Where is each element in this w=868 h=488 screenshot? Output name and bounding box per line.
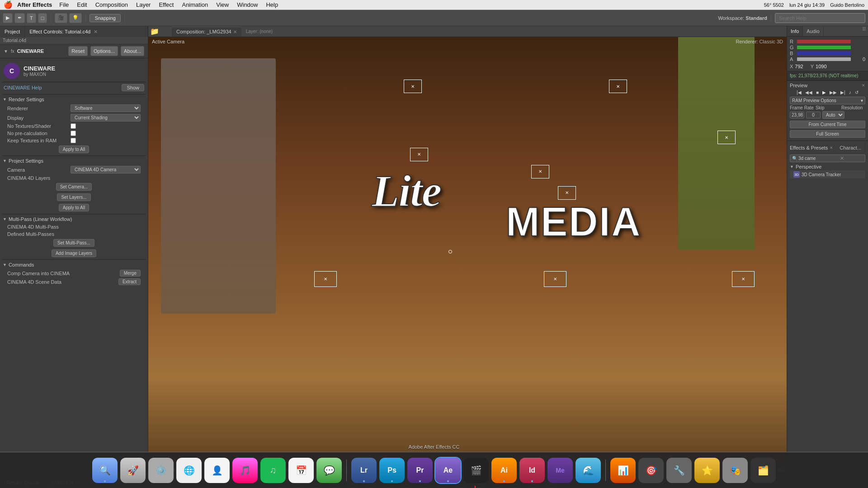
next-frame-btn[interactable]: ▶▶	[829, 90, 838, 95]
dock-music[interactable]: 🎵	[232, 458, 258, 483]
tab-close-effect[interactable]: ✕	[94, 29, 98, 34]
dock-dvd-player[interactable]: 🎬	[463, 458, 489, 483]
renderer-select[interactable]: Software	[71, 104, 141, 112]
add-image-layers-btn[interactable]: Add Image Layers	[52, 249, 96, 257]
set-camera-btn[interactable]: Set Camera...	[56, 183, 92, 191]
dock-indesign[interactable]: Id	[519, 458, 545, 483]
display-select[interactable]: Current Shading	[71, 114, 141, 122]
dock-lightroom[interactable]: Lr	[351, 458, 377, 483]
dock-app2[interactable]: 🎯	[638, 458, 664, 483]
keep-textures-checkbox[interactable]	[71, 138, 76, 143]
renderer-value[interactable]: Software	[71, 104, 141, 112]
dock-safari[interactable]: 🌐	[176, 458, 202, 483]
dock-system-prefs[interactable]: ⚙️	[148, 458, 174, 483]
loop-btn[interactable]: ↺	[854, 90, 859, 95]
effects-search-input[interactable]	[798, 156, 839, 161]
dock-premiere[interactable]: Pr	[407, 458, 433, 483]
app-name[interactable]: After Effects	[17, 1, 52, 8]
prev-frame-btn[interactable]: ◀◀	[804, 90, 813, 95]
tool-selection[interactable]: ▶	[3, 13, 13, 23]
ram-preview-options-btn[interactable]: RAM Preview Options ▾	[790, 97, 865, 104]
no-textures-checkbox[interactable]	[71, 123, 76, 129]
effects-close[interactable]: ✕	[830, 145, 833, 150]
dock-contacts[interactable]: 👤	[204, 458, 230, 483]
dock-after-effects[interactable]: Ae	[435, 458, 461, 483]
dock-messages[interactable]: 💬	[316, 458, 342, 483]
audio-tab[interactable]: Audio	[803, 26, 823, 36]
right-panel-menu[interactable]: ☰	[860, 26, 868, 36]
menu-animation[interactable]: Animation	[178, 1, 212, 8]
cineware-show-btn[interactable]: Show	[122, 84, 144, 91]
dock-calendar[interactable]: 📅	[288, 458, 314, 483]
render-settings-header[interactable]: ▼ Render Settings	[2, 95, 146, 103]
dock-spotify[interactable]: ♫	[260, 458, 286, 483]
dock-app3[interactable]: ⭐	[694, 458, 720, 483]
dock-browser[interactable]: 🌊	[576, 458, 601, 483]
tab-effect-controls[interactable]: Effect Controls: Tutorial.c4d ✕	[25, 26, 148, 37]
menu-view[interactable]: View	[212, 1, 232, 8]
snapping-toggle[interactable]: Snapping	[90, 14, 121, 22]
no-precalc-checkbox[interactable]	[71, 131, 76, 136]
dock-finder[interactable]: 🔍	[92, 458, 118, 483]
tab-project[interactable]: Project	[0, 26, 25, 37]
set-multipass-btn[interactable]: Set Multi-Pass...	[53, 239, 94, 247]
menu-file[interactable]: File	[56, 1, 72, 8]
dock-media-encoder[interactable]: Me	[547, 458, 573, 483]
skip-value[interactable]: 0	[806, 112, 821, 118]
menu-help[interactable]: Help	[262, 1, 282, 8]
menu-edit[interactable]: Edit	[73, 1, 90, 8]
comp-folder-icon[interactable]: 📁	[150, 27, 159, 36]
first-frame-btn[interactable]: |◀	[796, 90, 802, 95]
menu-composition[interactable]: Composition	[92, 1, 132, 8]
resolution-select[interactable]: Auto	[822, 111, 844, 119]
dock-app4[interactable]: 🗂️	[750, 458, 776, 483]
stop-btn[interactable]: ■	[815, 90, 820, 95]
search-help-input[interactable]	[775, 13, 865, 23]
from-current-time-btn[interactable]: From Current Time	[790, 121, 865, 128]
tool-pen[interactable]: ✒	[14, 13, 25, 23]
dock-app1[interactable]: 📊	[610, 458, 636, 483]
menu-layer[interactable]: Layer	[132, 1, 155, 8]
comp-tab-close[interactable]: ✕	[233, 29, 237, 34]
audio-btn[interactable]: ♪	[848, 90, 852, 95]
tool-light[interactable]: 💡	[69, 13, 82, 23]
preview-close[interactable]: ✕	[862, 83, 865, 88]
character-tab[interactable]: Charact...	[836, 143, 865, 153]
dock-launchpad[interactable]: 🚀	[120, 458, 146, 483]
tool-camera[interactable]: 🎥	[55, 13, 67, 23]
perspective-arrow[interactable]: ▼	[790, 164, 794, 169]
cineware-help-link[interactable]: CINEWARE Help	[4, 85, 42, 90]
effects-search-clear[interactable]: ✕	[840, 155, 844, 161]
menu-window[interactable]: Window	[233, 1, 261, 8]
effects-search-box[interactable]: 🔍 ✕	[790, 155, 865, 162]
dock-photoshop[interactable]: Ps	[379, 458, 405, 483]
reset-btn[interactable]: Reset	[68, 46, 88, 56]
multipass-header[interactable]: ▼ Multi-Pass (Linear Workflow)	[2, 215, 146, 223]
menu-effect[interactable]: Effect	[155, 1, 177, 8]
about-btn[interactable]: About...	[121, 46, 144, 56]
play-btn[interactable]: ▶	[821, 90, 827, 95]
effect-toggle[interactable]: ▼	[4, 49, 8, 54]
commands-header[interactable]: ▼ Commands	[2, 261, 146, 269]
display-value[interactable]: Current Shading	[71, 114, 141, 122]
camera-select[interactable]: CINEMA 4D Camera	[71, 166, 141, 174]
merge-btn[interactable]: Merge	[120, 270, 141, 277]
comp-tab-lmg2934[interactable]: Composition: _LMG2934 ✕	[172, 27, 241, 37]
fps-value[interactable]: 23,98	[790, 112, 804, 118]
render-apply-btn[interactable]: Apply to All	[59, 145, 89, 153]
3d-camera-tracker-item[interactable]: 3D 3D Camera Tracker	[790, 170, 865, 178]
tool-text[interactable]: T	[27, 13, 36, 23]
dock-viewer[interactable]: 🎭	[722, 458, 748, 483]
project-settings-header[interactable]: ▼ Project Settings	[2, 157, 146, 165]
set-layers-btn[interactable]: Set Layers...	[57, 193, 90, 201]
apple-menu[interactable]: 🍎	[4, 0, 13, 9]
dock-tools[interactable]: 🔧	[666, 458, 692, 483]
dock-illustrator[interactable]: Ai	[491, 458, 517, 483]
info-tab[interactable]: Info	[787, 26, 803, 36]
last-frame-btn[interactable]: ▶|	[840, 90, 846, 95]
extract-btn[interactable]: Extract	[118, 278, 141, 285]
tool-shape[interactable]: □	[38, 13, 47, 23]
options-btn[interactable]: Options...	[90, 46, 118, 56]
camera-value[interactable]: CINEMA 4D Camera	[71, 166, 141, 174]
project-apply-btn[interactable]: Apply to All	[59, 204, 89, 211]
